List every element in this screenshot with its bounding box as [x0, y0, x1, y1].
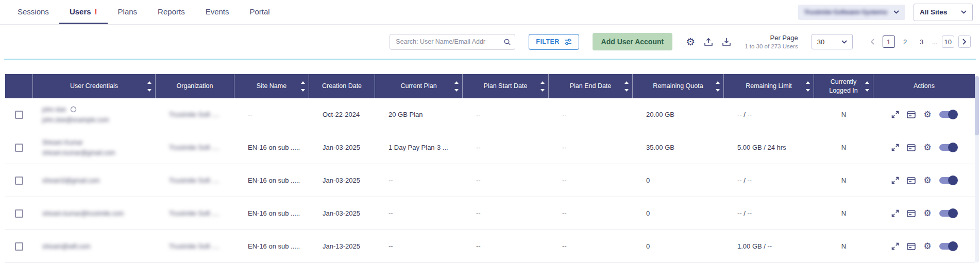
per-page-selector[interactable]: 30	[812, 34, 853, 49]
users-admin-page: Sessions Users ! Plans Reports Events Po…	[0, 0, 980, 263]
user-enabled-toggle[interactable]	[939, 111, 957, 118]
scrollbar-thumb[interactable]	[975, 76, 979, 135]
page-button-3[interactable]: 3	[916, 36, 928, 48]
plan-end-date-cell: --	[549, 98, 633, 131]
sort-icon[interactable]	[806, 74, 810, 98]
expand-user-button[interactable]	[891, 177, 899, 184]
header-user-credentials[interactable]: User Credentials	[33, 74, 156, 98]
chevron-down-icon	[961, 10, 967, 14]
tab-label: Sessions	[18, 7, 49, 16]
info-circle-icon[interactable]	[70, 106, 77, 113]
user-settings-button[interactable]: ⚙	[923, 209, 931, 218]
tab-plans[interactable]: Plans	[108, 0, 148, 24]
header-remaining-quota[interactable]: Remaining Quota	[633, 74, 724, 98]
creation-date-cell: Oct-22-2024	[309, 98, 375, 131]
plan-end-date-cell: --	[549, 164, 633, 197]
sort-icon[interactable]	[624, 74, 629, 98]
row-checkbox[interactable]	[15, 209, 23, 218]
header-remaining-limit[interactable]: Remaining Limit	[724, 74, 814, 98]
plan-card-button[interactable]	[907, 111, 916, 118]
download-button[interactable]	[722, 37, 731, 46]
add-user-account-button[interactable]: Add User Account	[593, 33, 673, 50]
organization-selector-value: Trustmile Software Systems	[804, 8, 887, 16]
plan-end-date-cell: --	[549, 230, 633, 262]
currently-logged-in-cell: N	[814, 164, 873, 197]
current-plan-cell: 20 GB Plan	[375, 98, 463, 131]
page-button-1[interactable]: 1	[883, 36, 895, 48]
filter-button[interactable]: FILTER	[529, 34, 579, 50]
header-current-plan[interactable]: Current Plan	[375, 74, 463, 98]
organization-selector[interactable]: Trustmile Software Systems	[798, 5, 905, 20]
organization-cell: Trustmile Soft ....	[156, 98, 234, 131]
search-input[interactable]	[390, 34, 515, 50]
tab-portal[interactable]: Portal	[240, 0, 280, 24]
organization-value: Trustmile Soft ....	[169, 144, 219, 151]
remaining-limit-cell: 1.00 GB / --	[724, 230, 814, 262]
header-site-name[interactable]: Site Name	[234, 74, 309, 98]
table-header-row: User Credentials Organization Site Name …	[5, 74, 975, 98]
plan-card-button[interactable]	[907, 144, 916, 151]
plan-card-button[interactable]	[907, 177, 916, 184]
user-settings-button[interactable]: ⚙	[923, 110, 931, 119]
search-icon[interactable]	[503, 38, 511, 48]
sort-icon[interactable]	[865, 74, 869, 98]
plan-start-date-cell: --	[463, 230, 549, 262]
tab-reports[interactable]: Reports	[147, 0, 195, 24]
row-checkbox[interactable]	[15, 242, 23, 251]
gear-icon: ⚙	[923, 242, 931, 251]
row-checkbox[interactable]	[15, 177, 23, 185]
row-checkbox[interactable]	[15, 111, 23, 119]
all-sites-selector[interactable]: All Sites	[914, 4, 973, 21]
sort-icon[interactable]	[147, 74, 151, 98]
previous-page-button[interactable]	[866, 36, 878, 48]
vertical-scrollbar[interactable]	[975, 76, 979, 262]
expand-user-button[interactable]	[891, 111, 899, 118]
plan-card-button[interactable]	[907, 210, 916, 217]
plan-card-button[interactable]	[907, 243, 916, 250]
column-label: Currently Logged In	[823, 78, 864, 95]
sort-icon[interactable]	[454, 74, 459, 98]
expand-user-button[interactable]	[891, 242, 899, 250]
user-enabled-toggle[interactable]	[939, 243, 957, 250]
site-name-cell: EN-16 on sub .....	[234, 197, 309, 230]
sort-icon[interactable]	[301, 74, 305, 98]
table-row: john doe john.doe@example.com Trustmile …	[5, 98, 975, 131]
tab-events[interactable]: Events	[195, 0, 240, 24]
next-page-button[interactable]	[958, 36, 971, 48]
user-enabled-toggle[interactable]	[939, 177, 957, 184]
tab-label: Portal	[250, 7, 270, 16]
user-enabled-toggle[interactable]	[939, 144, 957, 151]
organization-value: Trustmile Soft ....	[169, 111, 219, 118]
column-label: Current Plan	[400, 82, 436, 90]
plan-start-date-cell: --	[463, 131, 549, 164]
tab-sessions[interactable]: Sessions	[7, 0, 59, 24]
expand-user-button[interactable]	[891, 144, 899, 151]
chevron-left-icon	[870, 39, 874, 45]
organization-cell: Trustmile Soft ....	[156, 131, 234, 164]
user-settings-button[interactable]: ⚙	[923, 242, 931, 251]
expand-user-button[interactable]	[891, 209, 899, 217]
page-button-last[interactable]: 10	[942, 36, 954, 48]
gear-icon: ⚙	[923, 176, 931, 185]
sort-icon[interactable]	[540, 74, 545, 98]
row-checkbox[interactable]	[15, 144, 23, 152]
user-settings-button[interactable]: ⚙	[923, 143, 931, 152]
toggle-knob	[948, 175, 958, 185]
header-currently-logged-in[interactable]: Currently Logged In	[814, 74, 873, 98]
toolbar-divider	[4, 59, 976, 60]
remaining-limit-cell: 5.00 GB / 24 hrs	[724, 131, 814, 164]
tab-users[interactable]: Users !	[59, 0, 108, 24]
header-plan-end-date[interactable]: Plan End Date	[549, 74, 633, 98]
creation-date-cell: Jan-03-2025	[309, 131, 375, 164]
table-settings-button[interactable]: ⚙	[686, 37, 695, 47]
user-name: Shivam Kumar	[42, 139, 83, 146]
upload-button[interactable]	[704, 37, 713, 46]
table-toolbar: FILTER Add User Account ⚙ Per Page 1 to …	[0, 25, 980, 59]
site-name-cell: --	[234, 98, 309, 131]
header-plan-start-date[interactable]: Plan Start Date	[463, 74, 549, 98]
organization-cell: Trustmile Soft ....	[156, 230, 234, 262]
sort-icon[interactable]	[716, 74, 720, 98]
user-enabled-toggle[interactable]	[939, 210, 957, 217]
page-button-2[interactable]: 2	[899, 36, 911, 48]
user-settings-button[interactable]: ⚙	[923, 176, 931, 185]
